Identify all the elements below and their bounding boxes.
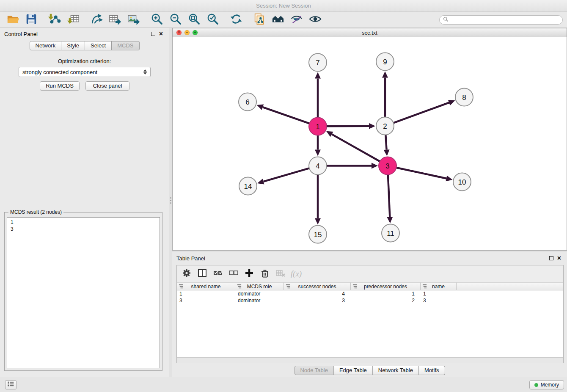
close-table-panel-icon[interactable]: × bbox=[557, 255, 561, 261]
edge-2-3[interactable] bbox=[384, 135, 390, 156]
export-table-button[interactable] bbox=[107, 13, 124, 27]
edge-1-4[interactable] bbox=[315, 135, 321, 156]
edge-1-7[interactable] bbox=[315, 72, 321, 118]
cell-name[interactable]: 3 bbox=[421, 297, 457, 304]
add-column-button[interactable] bbox=[243, 268, 256, 280]
cell-predecessor-nodes[interactable]: 2 bbox=[351, 297, 421, 304]
network-canvas[interactable]: 7968124314101511 bbox=[173, 37, 567, 250]
zoom-fit-button[interactable] bbox=[186, 13, 203, 27]
edge-4-14[interactable] bbox=[257, 168, 309, 184]
search-box[interactable] bbox=[439, 15, 563, 25]
node-9[interactable]: 9 bbox=[376, 53, 394, 71]
tab-mcds[interactable]: MCDS bbox=[112, 41, 139, 50]
apply-layout-button[interactable] bbox=[228, 13, 245, 27]
memory-button[interactable]: Memory bbox=[529, 380, 564, 389]
node-1[interactable]: 1 bbox=[309, 118, 327, 135]
tab-node-table[interactable]: Node Table bbox=[294, 366, 334, 375]
cell-successor-nodes[interactable]: 3 bbox=[284, 297, 351, 304]
table-horizontal-scrollbar[interactable] bbox=[177, 357, 563, 363]
node-11[interactable]: 11 bbox=[382, 224, 399, 242]
node-4[interactable]: 4 bbox=[309, 157, 327, 175]
column-header-successor-nodes[interactable]: successor nodes bbox=[284, 282, 351, 290]
zoom-in-button[interactable] bbox=[149, 13, 165, 27]
edge-4-15[interactable] bbox=[315, 175, 321, 225]
main-toolbar-icons bbox=[0, 13, 324, 27]
tab-network-table[interactable]: Network Table bbox=[373, 366, 419, 375]
graphics-details-button[interactable] bbox=[288, 13, 305, 27]
cell-predecessor-nodes[interactable]: 1 bbox=[351, 290, 421, 297]
column-header-predecessor-nodes[interactable]: predecessor nodes bbox=[351, 282, 421, 290]
cell-successor-nodes[interactable]: 4 bbox=[284, 290, 351, 297]
open-session-button[interactable] bbox=[4, 13, 21, 27]
mcds-result-text[interactable]: 1 3 bbox=[7, 217, 160, 368]
import-table-button[interactable] bbox=[65, 13, 82, 27]
zoom-selected-button[interactable] bbox=[204, 13, 221, 27]
zoom-out-button[interactable] bbox=[167, 13, 184, 27]
table-panel-tabs: Node TableEdge TableNetwork TableMotifs bbox=[294, 366, 445, 375]
table-row[interactable]: 1dominator411 bbox=[177, 290, 563, 297]
save-session-button[interactable] bbox=[23, 13, 40, 27]
memory-label: Memory bbox=[541, 382, 559, 388]
select-all-rows-button[interactable] bbox=[212, 268, 224, 280]
close-panel-icon[interactable]: × bbox=[159, 31, 163, 37]
node-8[interactable]: 8 bbox=[455, 88, 473, 106]
edge-3-1[interactable] bbox=[326, 131, 380, 161]
zoom-out-icon bbox=[169, 13, 182, 27]
run-mcds-button[interactable]: Run MCDS bbox=[40, 81, 80, 91]
edge-3-11[interactable] bbox=[387, 174, 393, 223]
close-panel-button[interactable]: Close panel bbox=[85, 81, 129, 91]
optimization-criterion-select[interactable]: strongly connected component bbox=[19, 67, 151, 77]
export-network-button[interactable] bbox=[88, 13, 105, 27]
tab-edge-table[interactable]: Edge Table bbox=[334, 366, 373, 375]
window-minimize-button[interactable]: − bbox=[184, 30, 190, 35]
float-window-icon[interactable] bbox=[151, 32, 155, 36]
cell-name[interactable]: 1 bbox=[421, 290, 457, 297]
delete-column-button[interactable] bbox=[259, 268, 271, 280]
tab-style[interactable]: Style bbox=[61, 41, 85, 50]
edge-4-3[interactable] bbox=[327, 163, 378, 169]
edge-3-10[interactable] bbox=[396, 168, 453, 181]
search-input[interactable] bbox=[451, 17, 562, 23]
tab-motifs[interactable]: Motifs bbox=[419, 366, 445, 375]
edge-2-9[interactable] bbox=[382, 72, 388, 117]
node-3[interactable]: 3 bbox=[379, 157, 396, 175]
node-2[interactable]: 2 bbox=[376, 117, 394, 135]
tab-select[interactable]: Select bbox=[85, 41, 112, 50]
node-6[interactable]: 6 bbox=[239, 93, 256, 111]
first-neighbors-button[interactable] bbox=[270, 13, 286, 27]
node-label-7: 7 bbox=[316, 59, 319, 67]
cell-shared-name[interactable]: 3 bbox=[177, 297, 235, 304]
export-image-button[interactable] bbox=[125, 13, 142, 27]
network-window-titlebar[interactable]: ×−+ scc.txt bbox=[172, 28, 567, 37]
node-10[interactable]: 10 bbox=[453, 173, 471, 191]
column-header-filler bbox=[457, 282, 563, 290]
vertical-splitter[interactable] bbox=[169, 28, 172, 377]
window-zoom-button[interactable]: + bbox=[193, 30, 198, 35]
window-close-button[interactable]: × bbox=[176, 30, 182, 35]
node-14[interactable]: 14 bbox=[239, 177, 257, 195]
show-columns-button[interactable] bbox=[196, 268, 209, 280]
titlebar: Session: New Session bbox=[0, 0, 567, 12]
table-row[interactable]: 3dominator323 bbox=[177, 297, 563, 304]
float-table-window-icon[interactable] bbox=[549, 256, 553, 260]
new-network-from-selection-button[interactable] bbox=[251, 13, 268, 27]
column-header-mcds-role[interactable]: MCDS role bbox=[235, 282, 284, 290]
edge-1-2[interactable] bbox=[327, 123, 375, 129]
show-columns-icon bbox=[197, 268, 207, 280]
show-hide-details-button[interactable] bbox=[307, 13, 324, 27]
column-header-name[interactable]: name bbox=[421, 282, 457, 290]
tab-network[interactable]: Network bbox=[29, 41, 61, 50]
cell-mcds-role[interactable]: dominator bbox=[235, 297, 284, 304]
network-window: ×−+ scc.txt 7968124314101511 bbox=[172, 28, 567, 251]
column-header-shared-name[interactable]: shared name bbox=[177, 282, 235, 290]
cell-shared-name[interactable]: 1 bbox=[177, 290, 235, 297]
table-settings-button[interactable] bbox=[180, 268, 193, 280]
import-network-button[interactable] bbox=[46, 13, 63, 27]
node-7[interactable]: 7 bbox=[309, 54, 327, 72]
deselect-all-rows-button[interactable] bbox=[227, 268, 240, 280]
command-panel-button[interactable] bbox=[5, 380, 17, 389]
edge-2-8[interactable] bbox=[394, 100, 455, 123]
edge-1-6[interactable] bbox=[257, 104, 309, 123]
node-15[interactable]: 15 bbox=[309, 226, 327, 243]
cell-mcds-role[interactable]: dominator bbox=[235, 290, 284, 297]
